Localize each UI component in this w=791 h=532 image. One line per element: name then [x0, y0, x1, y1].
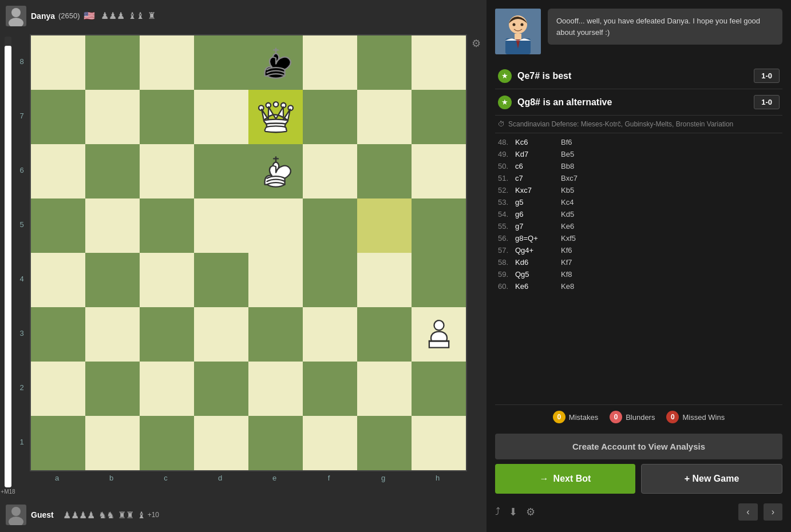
create-account-button[interactable]: Create Account to View Analysis [495, 434, 782, 459]
move-white[interactable]: Qg4+ [515, 246, 561, 255]
move-white[interactable]: Ke6 [515, 282, 561, 291]
next-bot-button[interactable]: → Next Bot [495, 464, 635, 494]
square-d4[interactable] [194, 253, 248, 307]
move-white[interactable]: Kd6 [515, 258, 561, 267]
square-d3[interactable] [194, 307, 248, 362]
square-g5[interactable] [357, 198, 412, 253]
square-c6[interactable] [140, 144, 194, 198]
square-d2[interactable] [194, 362, 248, 416]
square-e1[interactable] [248, 416, 303, 470]
new-game-button[interactable]: + New Game [641, 464, 782, 494]
square-f7[interactable] [303, 90, 357, 144]
toolbar-settings-icon[interactable]: ⚙ [526, 506, 535, 518]
square-c5[interactable] [140, 198, 194, 253]
square-g8[interactable] [357, 35, 412, 90]
square-a2[interactable] [31, 362, 85, 416]
square-e5[interactable] [248, 198, 303, 253]
table-row[interactable]: 54.g6Kd5 [495, 208, 782, 220]
square-f8[interactable] [303, 35, 357, 90]
square-g6[interactable] [357, 144, 412, 198]
square-c3[interactable] [140, 307, 194, 362]
square-d5[interactable] [194, 198, 248, 253]
square-a4[interactable] [31, 253, 85, 307]
square-a8[interactable] [31, 35, 85, 90]
move-black[interactable]: Bf6 [561, 138, 607, 146]
move-white[interactable]: g8=Q+ [515, 234, 561, 243]
square-g1[interactable] [357, 416, 412, 470]
settings-gear-icon[interactable]: ⚙ [472, 37, 481, 50]
square-b7[interactable] [85, 90, 140, 144]
square-g2[interactable] [357, 362, 412, 416]
white-king-piece[interactable] [256, 152, 296, 192]
square-g7[interactable] [357, 90, 412, 144]
square-e8[interactable] [248, 35, 303, 90]
square-h7[interactable] [412, 90, 466, 144]
move-white[interactable]: c6 [515, 162, 561, 170]
table-row[interactable]: 51.c7Bxc7 [495, 172, 782, 184]
share-icon[interactable]: ⤴ [495, 506, 500, 518]
table-row[interactable]: 50.c6Bb8 [495, 160, 782, 172]
square-b2[interactable] [85, 362, 140, 416]
move-black[interactable]: Kb5 [561, 186, 607, 194]
square-a1[interactable] [31, 416, 85, 470]
square-f6[interactable] [303, 144, 357, 198]
square-f3[interactable] [303, 307, 357, 362]
move-black[interactable]: Ke8 [561, 282, 607, 291]
move-white[interactable]: c7 [515, 174, 561, 182]
move-list[interactable]: 48.Kc6Bf649.Kd7Be550.c6Bb851.c7Bxc752.Kx… [495, 133, 782, 404]
square-h1[interactable] [412, 416, 466, 470]
square-b1[interactable] [85, 416, 140, 470]
white-queen-piece[interactable] [256, 97, 296, 137]
square-h8[interactable] [412, 35, 466, 90]
move-black[interactable]: Ke6 [561, 222, 607, 231]
white-pawn-piece[interactable] [419, 315, 459, 355]
move-white[interactable]: Qg5 [515, 270, 561, 279]
square-d7[interactable] [194, 90, 248, 144]
best-move-2[interactable]: ★ Qg8# is an alternative 1-0 [495, 89, 782, 116]
move-black[interactable]: Kf8 [561, 270, 607, 279]
square-b3[interactable] [85, 307, 140, 362]
table-row[interactable]: 58.Kd6Kf7 [495, 256, 782, 268]
table-row[interactable]: 52.Kxc7Kb5 [495, 184, 782, 196]
square-a7[interactable] [31, 90, 85, 144]
square-e6[interactable] [248, 144, 303, 198]
move-black[interactable]: Kf7 [561, 258, 607, 267]
move-black[interactable]: Kxf5 [561, 234, 607, 243]
square-e2[interactable] [248, 362, 303, 416]
square-h5[interactable] [412, 198, 466, 253]
table-row[interactable]: 55.g7Ke6 [495, 220, 782, 232]
square-g4[interactable] [357, 253, 412, 307]
square-b8[interactable] [85, 35, 140, 90]
move-white[interactable]: Kxc7 [515, 186, 561, 194]
move-black[interactable]: Kc4 [561, 198, 607, 207]
move-white[interactable]: g5 [515, 198, 561, 207]
move-black[interactable]: Kf6 [561, 246, 607, 255]
move-white[interactable]: Kd7 [515, 150, 561, 158]
square-c4[interactable] [140, 253, 194, 307]
square-b4[interactable] [85, 253, 140, 307]
square-a3[interactable] [31, 307, 85, 362]
square-h4[interactable] [412, 253, 466, 307]
square-b6[interactable] [85, 144, 140, 198]
square-h3[interactable] [412, 307, 466, 362]
black-king-piece[interactable] [256, 43, 296, 83]
table-row[interactable]: 48.Kc6Bf6 [495, 136, 782, 148]
square-d6[interactable] [194, 144, 248, 198]
move-white[interactable]: g6 [515, 210, 561, 219]
square-f5[interactable] [303, 198, 357, 253]
square-f4[interactable] [303, 253, 357, 307]
square-d8[interactable] [194, 35, 248, 90]
square-a5[interactable] [31, 198, 85, 253]
square-c7[interactable] [140, 90, 194, 144]
square-e4[interactable] [248, 253, 303, 307]
square-b5[interactable] [85, 198, 140, 253]
square-h6[interactable] [412, 144, 466, 198]
square-f1[interactable] [303, 416, 357, 470]
table-row[interactable]: 57.Qg4+Kf6 [495, 244, 782, 256]
square-e7[interactable] [248, 90, 303, 144]
square-d1[interactable] [194, 416, 248, 470]
square-a6[interactable] [31, 144, 85, 198]
next-move-button[interactable]: › [764, 503, 782, 521]
move-black[interactable]: Be5 [561, 150, 607, 158]
square-e3[interactable] [248, 307, 303, 362]
